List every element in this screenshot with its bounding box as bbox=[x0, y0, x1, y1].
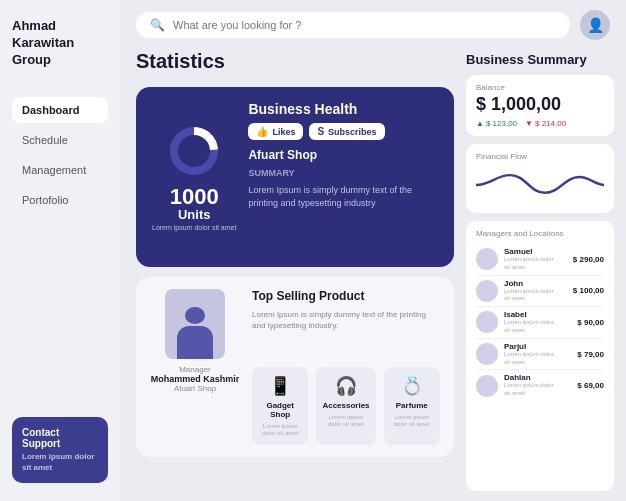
biz-health-left: 1000 Units Lorem ipsum dolor sit amet bbox=[152, 101, 236, 253]
product-name-0: Gadget Shop bbox=[258, 401, 302, 419]
mgr-amount-0: $ 290,00 bbox=[573, 255, 604, 264]
person-head bbox=[185, 307, 205, 324]
main-content: 🔍 👤 Statistics 1000 Units Lorem ipsum do… bbox=[120, 0, 626, 501]
sidebar-item-dashboard[interactable]: Dashboard bbox=[12, 97, 108, 123]
manager-title-label: Manager bbox=[179, 365, 211, 374]
mgr-name-0: Samuel bbox=[504, 247, 567, 256]
right-panel: Business Summary Balance $ 1,000,00 ▲ $ … bbox=[466, 50, 614, 491]
top-selling-desc: Lorem Ipsum is simply dummy text of the … bbox=[252, 309, 440, 331]
product-item-0[interactable]: 📱 Gadget Shop Lorem ipsum dolor sit amet bbox=[252, 367, 308, 445]
center-column: Statistics 1000 Units Lorem ipsum dolor … bbox=[136, 50, 454, 491]
sidebar-logo: Ahmad Karawitan Group bbox=[12, 18, 108, 69]
sidebar-nav: Dashboard Schedule Management Portofolio bbox=[12, 97, 108, 410]
subscribes-label: Subscribes bbox=[328, 127, 377, 137]
manager-shop: Afuart Shop bbox=[174, 384, 216, 393]
up-arrow-icon: ▲ bbox=[476, 119, 484, 128]
product-sub-2: Lorem ipsum dolor sit amet bbox=[390, 414, 434, 428]
manager-row-4: Dahlan Lorem ipsum dolorsit amet $ 69,00 bbox=[476, 370, 604, 401]
units-sub: Lorem ipsum dolor sit amet bbox=[152, 224, 236, 231]
managers-section: Managers and Locations Samuel Lorem ipsu… bbox=[466, 221, 614, 491]
biz-badges: 👍 Likes S Subscribes bbox=[248, 123, 438, 140]
summary-text: Lorem Ipsum is simply dummy text of the … bbox=[248, 184, 438, 209]
change-down-value: $ 214,00 bbox=[535, 119, 566, 128]
mgr-name-2: Isabel bbox=[504, 310, 571, 319]
likes-label: Likes bbox=[272, 127, 295, 137]
product-name-2: Parfume bbox=[396, 401, 428, 410]
mgr-info-2: Isabel Lorem ipsum dolorsit amet bbox=[504, 310, 571, 335]
product-name-1: Accessories bbox=[322, 401, 369, 410]
change-up-value: $ 123,00 bbox=[486, 119, 517, 128]
change-down: ▼ $ 214,00 bbox=[525, 119, 566, 128]
manager-row-3: Parjul Lorem ipsum dolorsit amet $ 79,00 bbox=[476, 339, 604, 371]
mgr-amount-2: $ 90,00 bbox=[577, 318, 604, 327]
mgr-avatar-4 bbox=[476, 375, 498, 397]
flow-chart bbox=[476, 165, 604, 201]
statistics-title: Statistics bbox=[136, 50, 454, 73]
manager-row-2: Isabel Lorem ipsum dolorsit amet $ 90,00 bbox=[476, 307, 604, 339]
mgr-info-4: Dahlan Lorem ipsum dolorsit amet bbox=[504, 373, 571, 398]
product-item-1[interactable]: 🎧 Accessories Lorem ipsum dolor sit amet bbox=[316, 367, 375, 445]
user-avatar[interactable]: 👤 bbox=[580, 10, 610, 40]
units-label: Units bbox=[178, 208, 211, 221]
mgr-sub-0: Lorem ipsum dolorsit amet bbox=[504, 256, 567, 272]
balance-amount: $ 1,000,00 bbox=[476, 94, 604, 115]
mgr-sub-4: Lorem ipsum dolorsit amet bbox=[504, 382, 571, 398]
change-up: ▲ $ 123,00 bbox=[476, 119, 517, 128]
mgr-info-0: Samuel Lorem ipsum dolorsit amet bbox=[504, 247, 567, 272]
biz-health-right: Business Health 👍 Likes S Subscribes Afu… bbox=[248, 101, 438, 253]
top-selling-right: Top Selling Product Lorem Ipsum is simpl… bbox=[252, 289, 440, 445]
sidebar-item-management[interactable]: Management bbox=[12, 157, 108, 183]
subscribe-icon: S bbox=[317, 126, 324, 137]
subscribes-badge[interactable]: S Subscribes bbox=[309, 123, 384, 140]
mgr-name-4: Dahlan bbox=[504, 373, 571, 382]
mgr-amount-3: $ 79,00 bbox=[577, 350, 604, 359]
mgr-avatar-3 bbox=[476, 343, 498, 365]
business-health-card: 1000 Units Lorem ipsum dolor sit amet Bu… bbox=[136, 87, 454, 267]
product-sub-1: Lorem ipsum dolor sit amet bbox=[322, 414, 369, 428]
business-summary-title: Business Summary bbox=[466, 52, 614, 67]
financial-flow: Financial Flow bbox=[466, 144, 614, 213]
sidebar-support[interactable]: Contact Support Lorem ipsum dolor sit am… bbox=[12, 417, 108, 483]
mgr-amount-4: $ 69,00 bbox=[577, 381, 604, 390]
support-label: Contact Support bbox=[22, 427, 98, 449]
mgr-avatar-0 bbox=[476, 248, 498, 270]
mgr-info-3: Parjul Lorem ipsum dolorsit amet bbox=[504, 342, 571, 367]
gadget-icon: 📱 bbox=[269, 375, 291, 397]
down-arrow-icon: ▼ bbox=[525, 119, 533, 128]
support-sub: Lorem ipsum dolor sit amet bbox=[22, 452, 98, 473]
manager-row-1: John Lorem ipsum dolorsit amet $ 100,00 bbox=[476, 276, 604, 308]
mgr-name-3: Parjul bbox=[504, 342, 571, 351]
managers-title: Managers and Locations bbox=[476, 229, 604, 238]
parfume-icon: 💍 bbox=[401, 375, 423, 397]
search-input[interactable] bbox=[173, 19, 556, 31]
units-number: 1000 bbox=[170, 186, 219, 208]
biz-health-title: Business Health bbox=[248, 101, 438, 117]
sidebar-item-portofolio[interactable]: Portofolio bbox=[12, 187, 108, 213]
mgr-name-1: John bbox=[504, 279, 567, 288]
manager-avatar-wrap bbox=[165, 289, 225, 359]
topbar: 🔍 👤 bbox=[120, 0, 626, 50]
products-row: 📱 Gadget Shop Lorem ipsum dolor sit amet… bbox=[252, 367, 440, 445]
accessories-icon: 🎧 bbox=[335, 375, 357, 397]
top-selling-card: Manager Mohammed Kashmir Afuart Shop Top… bbox=[136, 277, 454, 457]
thumb-up-icon: 👍 bbox=[256, 126, 268, 137]
manager-name: Mohammed Kashmir bbox=[151, 374, 240, 384]
person-body bbox=[177, 326, 213, 359]
sidebar-item-schedule[interactable]: Schedule bbox=[12, 127, 108, 153]
product-item-2[interactable]: 💍 Parfume Lorem ipsum dolor sit amet bbox=[384, 367, 440, 445]
person-silhouette bbox=[176, 299, 214, 359]
product-sub-0: Lorem ipsum dolor sit amet bbox=[258, 423, 302, 437]
flow-label: Financial Flow bbox=[476, 152, 604, 161]
shop-name: Afuart Shop bbox=[248, 148, 438, 162]
search-icon: 🔍 bbox=[150, 18, 165, 32]
sidebar: Ahmad Karawitan Group Dashboard Schedule… bbox=[0, 0, 120, 501]
mgr-sub-2: Lorem ipsum dolorsit amet bbox=[504, 319, 571, 335]
mgr-avatar-2 bbox=[476, 311, 498, 333]
likes-badge[interactable]: 👍 Likes bbox=[248, 123, 303, 140]
balance-changes: ▲ $ 123,00 ▼ $ 214,00 bbox=[476, 119, 604, 128]
manager-row-0: Samuel Lorem ipsum dolorsit amet $ 290,0… bbox=[476, 244, 604, 276]
mgr-avatar-1 bbox=[476, 280, 498, 302]
content-area: Statistics 1000 Units Lorem ipsum dolor … bbox=[120, 50, 626, 501]
balance-label: Balance bbox=[476, 83, 604, 92]
search-bar[interactable]: 🔍 bbox=[136, 12, 570, 38]
